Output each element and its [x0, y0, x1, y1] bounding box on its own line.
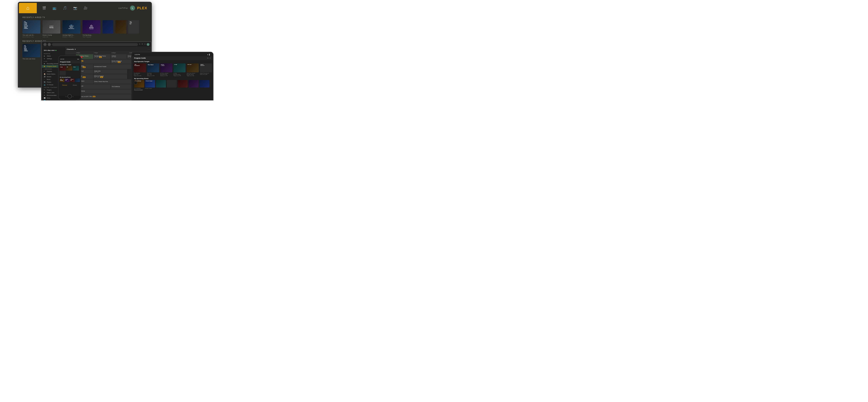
phone-show-grid: Camp DC Once	[59, 66, 81, 76]
show-caption: The Late Late Sh...Kevin Bacon, Sar...	[23, 34, 40, 38]
program-item[interactable]: Judge JudyS22 · E57	[93, 69, 127, 74]
list-item[interactable]: the BIGBANG THEORY The Big Bang...The Pr…	[83, 20, 100, 38]
sidebar-label-music: Music	[47, 79, 51, 80]
list-item[interactable]: José Joel José Joel, el princ...Episode …	[187, 63, 199, 76]
plugins-icon: ⧉	[44, 89, 46, 91]
tablet-battery-icon: ▌	[209, 54, 210, 55]
tablet-shell: 12:35 PM ▲ ▌ Program Guide ⊡ ≡ New Episo…	[131, 52, 213, 100]
tablet-status-bar: 12:35 PM ▲ ▌	[132, 53, 212, 56]
mac-back-button[interactable]: ‹	[43, 43, 46, 46]
sidebar-label-home-videos: Home Videos	[47, 73, 55, 75]
list-item[interactable]	[189, 80, 198, 89]
list-item[interactable]: The Middle	[60, 79, 64, 82]
show-thumbnail: THIS IS US	[210, 80, 211, 88]
show-thumbnail: modernfamily	[42, 20, 60, 34]
sidebar-label-guide: Program Guide	[47, 66, 56, 67]
mac-search-bar[interactable]	[52, 43, 138, 46]
time-slot-1: 7:00pm	[76, 52, 94, 54]
time-slot-3: 8:00pm	[112, 52, 129, 54]
mac-nav-next[interactable]: ›	[149, 49, 150, 50]
list-item[interactable]: NBC SUNDAYNIGHTFOOTBALL Sunday Night Fo.…	[63, 20, 81, 38]
tv-user-avatar[interactable]: L	[130, 5, 135, 10]
list-item[interactable]: DC	[66, 66, 72, 70]
list-item[interactable]	[156, 80, 166, 89]
list-item[interactable]: La Hija La HijaEpisode 29-29Today at 11 …	[174, 63, 186, 76]
show-thumbnail	[199, 80, 210, 88]
mac-settings-icon[interactable]: ⚙	[142, 43, 143, 46]
tablet-new-episodes-header: New Episodes Tonight	[132, 60, 212, 63]
list-item[interactable]: THELATELATESHOWJAMESCORDEN The Late Late…	[23, 44, 40, 60]
mac-channels-dropdown[interactable]: Channels ▼	[67, 49, 76, 50]
list-item[interactable]: El Docey Jácaro El Doce y JácaroEpisode …	[160, 63, 172, 76]
program-item[interactable]: The Big Bang TheoryS7 · E17 NEW	[93, 54, 111, 59]
movies-icon: 🎬	[44, 76, 46, 78]
list-item[interactable]	[60, 71, 66, 75]
show-caption: La HijaEpisode 29-29Today at 11 PM	[174, 73, 186, 76]
phone: 9:45 PM ●●● Program Guide New Episodes T…	[58, 55, 81, 100]
list-item[interactable]: The Voice The VoiceS14 · E14Today at 11 …	[147, 63, 159, 76]
photos-icon: 📷	[44, 81, 46, 83]
list-item[interactable]: Camp	[60, 66, 66, 70]
show-caption: Modern FamilyLake Life	[42, 34, 60, 38]
mac-window-icon[interactable]: ⊡	[144, 43, 146, 46]
list-item[interactable]: Fresh Off	[65, 79, 69, 82]
tv-recently-aired-row: THE LATELATESHOW JAMESCORDEN The Late La…	[23, 20, 147, 38]
tv-username: LiveTVFan	[118, 7, 128, 9]
list-item[interactable]: Premier League Premier League	[145, 80, 155, 89]
list-item[interactable]	[167, 80, 177, 89]
program-item[interactable]: Wheel of FortuneS35 · E154 NEW	[93, 74, 127, 79]
tv-home-button[interactable]: ⌂	[19, 3, 37, 13]
sidebar-label-status: Status	[47, 55, 51, 57]
list-item[interactable]: THIS IS US THIS IS US	[210, 80, 211, 89]
list-item[interactable]: THELATESH...	[128, 20, 139, 38]
mac-activity-icon[interactable]: ≋	[139, 43, 141, 46]
mac-top-nav: ‹ ⌂ ≋ ⚙ ⊡ L	[42, 42, 151, 47]
tv-nav-photos[interactable]: 📷	[73, 6, 77, 10]
phone-bottom-nav: Discover Browse	[59, 84, 81, 87]
mac-icons-right: ≋ ⚙ ⊡ L	[139, 43, 150, 46]
show-caption: Nightly Business R...Today at 12 AM	[200, 73, 212, 75]
phone-battery: ●●●	[77, 59, 79, 60]
list-item[interactable]: NightlyBusiness Nightly Business R...Tod…	[200, 63, 212, 76]
mac-manage-section: MANAGE	[42, 52, 65, 55]
list-item[interactable]: This Is Us	[70, 79, 75, 82]
phone-browse-btn[interactable]: Browse	[73, 85, 77, 86]
phone-new-episodes-title: New Episodes Tonight	[59, 63, 81, 66]
mac-sidebar-header: SH's Mac mini	[42, 49, 65, 52]
list-item[interactable]	[75, 79, 80, 82]
sidebar-label-recording: Recording Schedule	[47, 63, 60, 64]
tv-nav-music[interactable]: 🎵	[63, 6, 67, 10]
tablet-filter-icon[interactable]: ≡	[210, 57, 211, 59]
sidebar-label-news: News	[47, 97, 50, 99]
list-item[interactable]	[178, 80, 188, 89]
list-item[interactable]: THE LATELATESHOW JAMESCORDEN The Late La…	[23, 20, 40, 38]
tv-nav-tv[interactable]: 📺	[53, 6, 56, 10]
tablet-search-icon[interactable]: ⊡	[207, 57, 209, 59]
tv-nav-right: LiveTVFan L PLEX	[118, 5, 151, 10]
news-icon: 📰	[44, 97, 46, 99]
show-thumbnail: La Hija	[174, 63, 186, 72]
guide-icon: ▦	[44, 66, 46, 67]
tv-nav-movies[interactable]: 🎬	[42, 6, 46, 10]
list-item[interactable]	[115, 20, 126, 38]
tv-nav-video[interactable]: 🎥	[84, 6, 88, 10]
mac-home-button[interactable]: ⌂	[48, 43, 51, 46]
tablet-home-button[interactable]	[134, 81, 137, 85]
home-icon: ⌂	[26, 5, 29, 11]
sidebar-label-playlists: Playlists	[47, 70, 52, 72]
show-thumbnail	[156, 80, 166, 88]
mac-user-avatar[interactable]: L	[147, 43, 150, 46]
phone-discover-btn[interactable]: Discover	[62, 85, 67, 86]
show-caption: The Late Late Show	[23, 58, 40, 60]
list-item[interactable]: modernfamily Modern FamilyLake Life	[42, 20, 60, 38]
program-item[interactable]: GothamS4 · E18	[111, 54, 127, 59]
list-item[interactable]	[102, 20, 113, 38]
list-item[interactable]	[199, 80, 210, 89]
watch-later-icon: ⬇	[44, 92, 46, 93]
playlists-icon: ≡	[44, 70, 46, 72]
mac-nav-prev[interactable]: ‹	[148, 49, 148, 50]
sidebar-label-watch-later: Watch Later	[47, 92, 55, 93]
phone-home-button[interactable]	[67, 94, 72, 98]
list-item[interactable]: THEBACHELOR The BachelorS22 · E11Today a…	[134, 63, 146, 76]
list-item[interactable]: Once	[73, 66, 79, 70]
